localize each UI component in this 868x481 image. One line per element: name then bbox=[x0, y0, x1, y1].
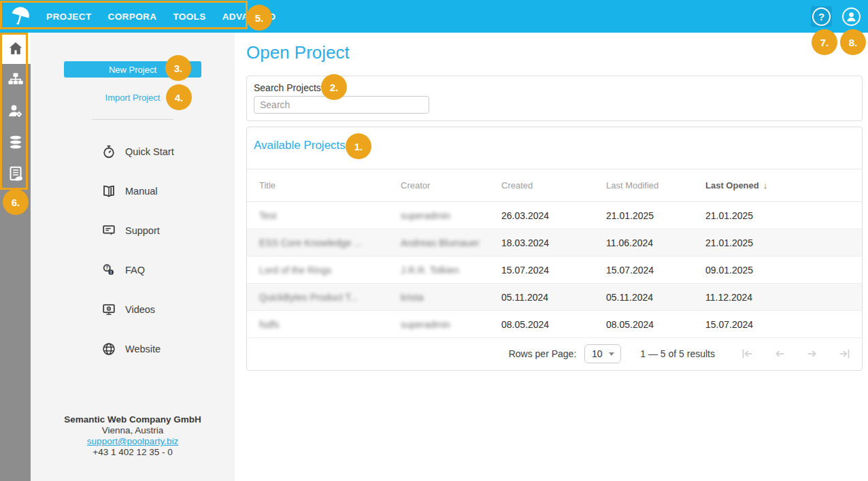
menu-faq[interactable]: ? ! FAQ bbox=[101, 250, 174, 290]
company-location: Vienna, Austria bbox=[31, 425, 235, 436]
rail-database-button[interactable] bbox=[0, 127, 31, 158]
cell-last-modified: 05.11.2024 bbox=[594, 292, 693, 303]
help-menu: Quick Start Manual Support ? ! bbox=[101, 132, 174, 369]
rows-per-page-select[interactable]: 10 bbox=[584, 344, 621, 363]
cell-title: QuickBytes Product T... bbox=[247, 292, 388, 303]
user-settings-icon bbox=[7, 103, 24, 119]
import-project-link[interactable]: Import Project bbox=[31, 93, 235, 103]
rail-user-admin-button[interactable] bbox=[0, 95, 31, 127]
panel-divider bbox=[92, 119, 173, 120]
last-page-icon[interactable] bbox=[837, 346, 852, 361]
rows-per-page-label: Rows per Page: bbox=[509, 348, 577, 359]
annotation-badge-4: 4. bbox=[166, 84, 192, 110]
cell-last-opened: 21.01.2025 bbox=[693, 237, 862, 248]
menu-label: Manual bbox=[125, 186, 158, 197]
nav-tools[interactable]: TOOLS bbox=[173, 12, 205, 22]
cell-creator: superadmin bbox=[388, 319, 489, 330]
available-projects-card: Available Projects Title Creator Created… bbox=[246, 127, 863, 371]
company-phone: +43 1 402 12 35 - 0 bbox=[31, 447, 235, 458]
table-row[interactable]: QuickBytes Product T... krista 05.11.202… bbox=[247, 284, 862, 311]
cell-title: Test bbox=[247, 210, 388, 221]
cell-last-modified: 15.07.2024 bbox=[594, 265, 693, 276]
cell-creator: krista bbox=[388, 292, 489, 303]
cell-created: 26.03.2024 bbox=[489, 210, 594, 221]
projects-table: Title Creator Created Last Modified Last… bbox=[247, 169, 862, 338]
contact-block: Semantic Web Company GmbH Vienna, Austri… bbox=[31, 414, 235, 458]
manual-book-icon bbox=[101, 184, 116, 199]
cell-creator: Andreas Blumauer bbox=[388, 237, 489, 248]
previous-page-icon[interactable] bbox=[772, 346, 787, 361]
pagination-arrows bbox=[739, 346, 852, 361]
home-icon bbox=[7, 40, 24, 56]
table-row[interactable]: Test superadmin 26.03.2024 21.01.2025 21… bbox=[247, 202, 862, 229]
annotation-badge-7: 7. bbox=[812, 29, 837, 55]
table-body: Test superadmin 26.03.2024 21.01.2025 21… bbox=[247, 202, 862, 338]
menu-support[interactable]: Support bbox=[101, 211, 174, 250]
nav-project[interactable]: PROJECT bbox=[46, 12, 92, 22]
column-header-last-modified[interactable]: Last Modified bbox=[594, 180, 693, 190]
svg-text:?: ? bbox=[105, 265, 109, 271]
sitemap-icon bbox=[7, 71, 24, 88]
top-bar: PROJECT CORPORA TOOLS ADVANCED ? bbox=[0, 0, 868, 33]
top-right-icons: ? bbox=[811, 0, 861, 33]
cell-title: fsdfs bbox=[247, 319, 388, 330]
support-monitor-icon bbox=[101, 223, 116, 238]
rail-server-button[interactable] bbox=[0, 158, 31, 189]
column-header-creator[interactable]: Creator bbox=[388, 180, 489, 190]
column-header-title[interactable]: Title bbox=[247, 180, 388, 190]
cell-last-opened: 21.01.2025 bbox=[693, 210, 862, 221]
cell-created: 05.11.2024 bbox=[489, 292, 594, 303]
annotation-badge-6: 6. bbox=[3, 189, 29, 215]
cell-last-modified: 08.05.2024 bbox=[594, 319, 693, 330]
table-row[interactable]: fsdfs superadmin 08.05.2024 08.05.2024 1… bbox=[247, 311, 862, 338]
cell-last-opened: 15.07.2024 bbox=[693, 319, 862, 330]
menu-videos[interactable]: Videos bbox=[101, 290, 174, 329]
cell-title: Lord of the Rings bbox=[247, 265, 388, 276]
table-row[interactable]: ESS Core Knowledge ... Andreas Blumauer … bbox=[247, 229, 862, 256]
column-header-last-opened[interactable]: Last Opened↓ bbox=[693, 180, 862, 190]
search-projects-label: Search Projects: bbox=[254, 82, 324, 93]
rows-per-page-value: 10 bbox=[592, 348, 603, 359]
caret-down-icon bbox=[609, 352, 614, 356]
menu-website[interactable]: Website bbox=[101, 329, 174, 369]
next-page-icon[interactable] bbox=[805, 346, 820, 361]
rail-sitemap-button[interactable] bbox=[0, 64, 31, 95]
pagination-bar: Rows per Page: 10 1 — 5 of 5 results bbox=[247, 337, 862, 370]
results-count: 1 — 5 of 5 results bbox=[640, 348, 715, 359]
table-header-row: Title Creator Created Last Modified Last… bbox=[247, 169, 862, 202]
support-email-link[interactable]: support@poolparty.biz bbox=[87, 436, 178, 446]
menu-label: Support bbox=[125, 225, 160, 236]
server-cloud-icon bbox=[7, 165, 24, 182]
table-row[interactable]: Lord of the Rings J.R.R. Tolkien 15.07.2… bbox=[247, 256, 862, 284]
search-input[interactable] bbox=[254, 96, 429, 114]
annotation-badge-3: 3. bbox=[165, 55, 191, 81]
user-account-button[interactable] bbox=[842, 7, 861, 26]
column-header-created[interactable]: Created bbox=[489, 180, 594, 190]
menu-quick-start[interactable]: Quick Start bbox=[101, 132, 174, 171]
cell-created: 15.07.2024 bbox=[489, 265, 594, 276]
poolparty-umbrella-logo[interactable] bbox=[7, 3, 33, 29]
column-header-label: Last Opened bbox=[705, 180, 759, 190]
cell-last-opened: 11.12.2024 bbox=[693, 292, 862, 303]
help-button[interactable]: ? bbox=[811, 6, 832, 27]
side-panel: New Project Import Project Quick Start M… bbox=[31, 33, 235, 481]
menu-manual[interactable]: Manual bbox=[101, 171, 174, 211]
nav-corpora[interactable]: CORPORA bbox=[108, 12, 157, 22]
available-projects-heading: Available Projects bbox=[254, 139, 346, 152]
help-icon: ? bbox=[812, 7, 831, 26]
website-globe-icon bbox=[101, 342, 116, 356]
icon-rail bbox=[0, 33, 31, 481]
cell-creator: J.R.R. Tolkien bbox=[388, 265, 489, 276]
annotation-badge-8: 8. bbox=[840, 29, 866, 55]
menu-label: Videos bbox=[125, 304, 155, 315]
cell-creator: superadmin bbox=[388, 210, 489, 221]
cell-last-modified: 11.06.2024 bbox=[594, 237, 693, 248]
first-page-icon[interactable] bbox=[739, 346, 754, 361]
annotation-badge-2: 2. bbox=[321, 74, 347, 100]
page-title: Open Project bbox=[246, 42, 350, 63]
rail-home-button[interactable] bbox=[0, 33, 31, 64]
menu-label: FAQ bbox=[125, 265, 145, 276]
stopwatch-icon bbox=[101, 144, 116, 159]
videos-monitor-icon bbox=[101, 302, 116, 317]
cell-title: ESS Core Knowledge ... bbox=[247, 237, 388, 248]
